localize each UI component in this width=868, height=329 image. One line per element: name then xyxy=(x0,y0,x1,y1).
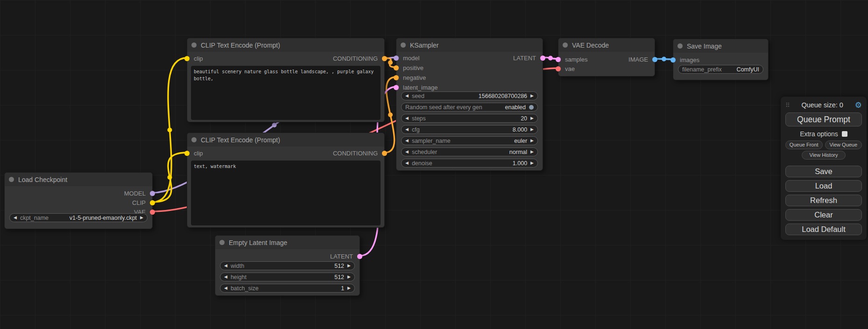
link-midpoint-dot xyxy=(168,175,172,180)
save-button[interactable]: Save xyxy=(785,166,862,177)
widget-value: 1 xyxy=(341,285,344,292)
widget-width[interactable]: ◀ width 512 ▶ xyxy=(220,261,355,270)
increment-arrow-icon[interactable]: ▶ xyxy=(530,116,534,120)
queue-front-button[interactable]: Queue Front xyxy=(785,140,823,149)
node-title: VAE Decode xyxy=(572,42,609,49)
widget-filename-prefix[interactable]: filename_prefix ComfyUI xyxy=(678,65,763,74)
view-queue-button[interactable]: View Queue xyxy=(825,140,862,149)
input-port-vae[interactable] xyxy=(556,66,561,71)
decrement-arrow-icon[interactable]: ◀ xyxy=(405,139,409,143)
node-title-bar[interactable]: Save Image xyxy=(673,39,768,53)
node-vae-decode[interactable]: VAE Decode samples vae IMAGE xyxy=(558,38,655,77)
clear-button[interactable]: Clear xyxy=(785,209,862,221)
refresh-button[interactable]: Refresh xyxy=(785,195,862,206)
settings-gear-icon[interactable]: ⚙ xyxy=(855,100,862,110)
node-title: CLIP Text Encode (Prompt) xyxy=(201,136,280,144)
output-slot-model: MODEL xyxy=(5,189,152,198)
slot-label: CONDITIONING xyxy=(333,150,378,157)
decrement-arrow-icon[interactable]: ◀ xyxy=(405,116,409,120)
drag-handle-icon[interactable]: ⠿ xyxy=(785,102,790,109)
increment-arrow-icon[interactable]: ▶ xyxy=(347,286,351,290)
node-empty-latent-image[interactable]: Empty Latent Image LATENT ◀ width 512 ▶ … xyxy=(215,235,360,296)
collapse-dot-icon[interactable] xyxy=(219,240,225,245)
widget-denoise[interactable]: ◀ denoise 1.000 ▶ xyxy=(401,159,538,168)
input-port-positive[interactable] xyxy=(394,65,399,70)
output-port-vae[interactable] xyxy=(150,210,155,215)
prompt-textarea[interactable]: text, watermark xyxy=(191,161,381,225)
load-button[interactable]: Load xyxy=(785,180,862,192)
increment-arrow-icon[interactable]: ▶ xyxy=(530,94,534,98)
widget-cfg[interactable]: ◀ cfg 8.000 ▶ xyxy=(401,125,538,134)
input-port-latent-image[interactable] xyxy=(394,85,399,90)
widget-value: 512 xyxy=(334,274,344,280)
widget-seed[interactable]: ◀ seed 156680208700286 ▶ xyxy=(401,91,538,100)
widget-height[interactable]: ◀ height 512 ▶ xyxy=(220,273,355,281)
widget-value: 20 xyxy=(521,115,527,122)
node-title-bar[interactable]: Empty Latent Image xyxy=(215,236,360,249)
widget-value: enabled xyxy=(505,104,526,111)
decrement-arrow-icon[interactable]: ◀ xyxy=(224,275,227,279)
collapse-dot-icon[interactable] xyxy=(401,42,406,48)
node-save-image[interactable]: Save Image images filename_prefix ComfyU… xyxy=(673,39,769,80)
collapse-dot-icon[interactable] xyxy=(677,43,683,49)
slot-label: CLIP xyxy=(132,199,146,206)
increment-arrow-icon[interactable]: ▶ xyxy=(530,139,534,143)
increment-arrow-icon[interactable]: ▶ xyxy=(530,127,534,132)
output-port-model[interactable] xyxy=(150,191,155,196)
node-load-checkpoint[interactable]: Load Checkpoint MODEL CLIP VAE ◀ ckpt_na… xyxy=(4,172,153,229)
decrement-arrow-icon[interactable]: ◀ xyxy=(405,150,409,154)
node-title-bar[interactable]: CLIP Text Encode (Prompt) xyxy=(187,133,384,147)
queue-prompt-button[interactable]: Queue Prompt xyxy=(785,112,862,126)
node-clip-text-encode-negative[interactable]: CLIP Text Encode (Prompt) clip CONDITION… xyxy=(187,133,385,228)
decrement-arrow-icon[interactable]: ◀ xyxy=(224,264,227,268)
decrement-arrow-icon[interactable]: ◀ xyxy=(405,127,409,132)
node-title-bar[interactable]: CLIP Text Encode (Prompt) xyxy=(187,38,384,52)
widget-ckpt-name[interactable]: ◀ ckpt_name v1-5-pruned-emaonly.ckpt ▶ xyxy=(9,213,148,222)
increment-arrow-icon[interactable]: ▶ xyxy=(347,275,351,279)
widget-scheduler[interactable]: ◀ scheduler normal ▶ xyxy=(401,147,538,156)
output-port-clip[interactable] xyxy=(150,200,155,205)
collapse-dot-icon[interactable] xyxy=(9,177,14,182)
output-port-conditioning[interactable] xyxy=(382,151,387,156)
link-midpoint-dot xyxy=(272,123,277,127)
widget-value: ComfyUI xyxy=(736,66,759,73)
decrement-arrow-icon[interactable]: ◀ xyxy=(405,161,409,165)
decrement-arrow-icon[interactable]: ◀ xyxy=(224,286,227,290)
widget-batch-size[interactable]: ◀ batch_size 1 ▶ xyxy=(220,284,355,293)
load-default-button[interactable]: Load Default xyxy=(785,224,862,235)
collapse-dot-icon[interactable] xyxy=(191,137,197,142)
widget-sampler-name[interactable]: ◀ sampler_name euler ▶ xyxy=(401,136,538,145)
node-title-bar[interactable]: Load Checkpoint xyxy=(5,173,152,186)
extra-options-label: Extra options xyxy=(800,130,838,138)
node-ksampler[interactable]: KSampler model positive negative latent_… xyxy=(396,38,543,171)
node-title-bar[interactable]: VAE Decode xyxy=(558,38,655,52)
toggle-on-icon[interactable] xyxy=(529,105,534,110)
collapse-dot-icon[interactable] xyxy=(191,42,197,48)
input-slot-positive: positive xyxy=(396,63,543,72)
output-port-conditioning[interactable] xyxy=(382,56,387,61)
output-port-image[interactable] xyxy=(652,57,657,62)
widget-steps[interactable]: ◀ steps 20 ▶ xyxy=(401,114,538,123)
output-slot-image: IMAGE xyxy=(558,55,655,64)
extra-options-checkbox[interactable] xyxy=(842,131,847,137)
slot-label: LATENT xyxy=(513,55,536,62)
node-title-bar[interactable]: KSampler xyxy=(396,38,543,52)
widget-label: batch_size xyxy=(231,285,338,292)
output-port-latent[interactable] xyxy=(357,254,362,259)
view-history-button[interactable]: View History xyxy=(802,151,846,160)
node-clip-text-encode-positive[interactable]: CLIP Text Encode (Prompt) clip CONDITION… xyxy=(187,38,385,122)
prompt-textarea[interactable]: beautiful scenery nature glass bottle la… xyxy=(191,66,381,120)
increment-arrow-icon[interactable]: ▶ xyxy=(347,264,351,268)
increment-arrow-icon[interactable]: ▶ xyxy=(140,216,143,220)
widget-random-seed-toggle[interactable]: Random seed after every gen enabled xyxy=(401,103,538,112)
decrement-arrow-icon[interactable]: ◀ xyxy=(14,216,17,220)
input-slot-vae: vae xyxy=(558,64,655,73)
output-port-latent[interactable] xyxy=(540,56,545,61)
increment-arrow-icon[interactable]: ▶ xyxy=(530,161,534,165)
node-graph-canvas[interactable]: Load Checkpoint MODEL CLIP VAE ◀ ckpt_na… xyxy=(0,0,868,329)
input-port-images[interactable] xyxy=(670,57,676,63)
input-port-negative[interactable] xyxy=(394,75,399,80)
decrement-arrow-icon[interactable]: ◀ xyxy=(405,94,409,98)
increment-arrow-icon[interactable]: ▶ xyxy=(530,150,534,154)
collapse-dot-icon[interactable] xyxy=(563,42,568,48)
